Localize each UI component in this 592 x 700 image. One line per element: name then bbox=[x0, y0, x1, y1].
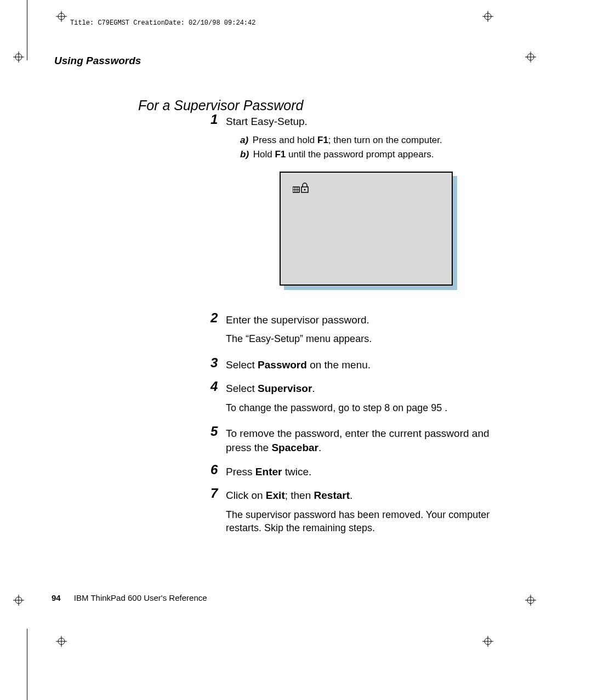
page-number: 94 bbox=[52, 593, 61, 602]
password-lock-icon bbox=[293, 183, 310, 198]
section-header: Using Passwords bbox=[54, 55, 141, 67]
step-bold: Password bbox=[258, 359, 307, 371]
crop-mark-top-inner bbox=[56, 11, 67, 22]
step-post: . bbox=[312, 383, 315, 394]
step-number: 5 bbox=[210, 424, 220, 439]
step-bold-1: Exit bbox=[266, 490, 285, 501]
step-bold: Spacebar bbox=[271, 442, 318, 453]
step-note: To change the password, go to step 8 on … bbox=[226, 401, 517, 414]
step-post: on the menu. bbox=[307, 359, 371, 371]
step-text: Start Easy-Setup. bbox=[226, 116, 308, 127]
substep-post: until the password prompt appears. bbox=[286, 149, 434, 160]
step-post: twice. bbox=[282, 466, 311, 477]
substep-b: b) Hold F1 until the password prompt app… bbox=[240, 149, 517, 161]
document-meta-line: Title: C79EGMST CreationDate: 02/10/98 0… bbox=[70, 19, 255, 27]
step-note: The supervisor password has been removed… bbox=[226, 508, 517, 535]
step-6: 6 Press Enter twice. bbox=[210, 463, 517, 479]
step-mid: ; then bbox=[285, 490, 314, 501]
substep-a: a) Press and hold F1; then turn on the c… bbox=[240, 134, 517, 146]
svg-point-29 bbox=[304, 189, 306, 190]
substep-pre: Press and hold bbox=[253, 135, 317, 145]
substep-bold: F1 bbox=[317, 135, 328, 145]
page-footer: 94 IBM ThinkPad 600 User's Reference bbox=[52, 593, 207, 602]
step-7: 7 Click on Exit; then Restart. The super… bbox=[210, 486, 517, 537]
step-number: 3 bbox=[210, 356, 220, 370]
step-text: Enter the supervisor password. bbox=[226, 314, 369, 326]
step-bold: Enter bbox=[255, 466, 282, 477]
step-number: 7 bbox=[210, 486, 220, 500]
substep-label: b) bbox=[240, 149, 249, 160]
crop-mark-bottom-right-inner bbox=[482, 636, 493, 647]
step-number: 1 bbox=[210, 112, 220, 127]
substep-bold: F1 bbox=[275, 149, 286, 160]
step-2: 2 Enter the supervisor password. The “Ea… bbox=[210, 311, 517, 348]
step-4: 4 Select Supervisor. To change the passw… bbox=[210, 379, 517, 417]
content-area: 1 Start Easy-Setup. a) Press and hold F1… bbox=[210, 112, 517, 545]
crop-mark-top-left bbox=[13, 52, 24, 62]
step-1: 1 Start Easy-Setup. a) Press and hold F1… bbox=[210, 112, 517, 303]
crop-mark-bottom-left bbox=[13, 595, 24, 606]
step-5: 5 To remove the password, enter the curr… bbox=[210, 424, 517, 454]
substep-pre: Hold bbox=[253, 149, 275, 160]
prompt-box bbox=[280, 172, 453, 286]
password-prompt-illustration bbox=[280, 172, 457, 290]
step-pre: Select bbox=[226, 383, 258, 394]
step-number: 6 bbox=[210, 463, 220, 477]
subsection-title: For a Supervisor Password bbox=[138, 98, 304, 113]
crop-mark-bottom-inner bbox=[56, 636, 67, 647]
step-pre: Select bbox=[226, 359, 258, 371]
substep-label: a) bbox=[240, 135, 248, 145]
crop-vline-top bbox=[27, 0, 27, 60]
step-pre: To remove the password, enter the curren… bbox=[226, 428, 489, 453]
step-number: 4 bbox=[210, 379, 220, 394]
crop-mark-top-right bbox=[525, 52, 536, 62]
step-bold: Supervisor bbox=[258, 383, 312, 394]
step-3: 3 Select Password on the menu. bbox=[210, 356, 517, 372]
step-pre: Press bbox=[226, 466, 255, 477]
substep-post: ; then turn on the computer. bbox=[328, 135, 442, 145]
step-post: . bbox=[350, 490, 352, 501]
step-bold-2: Restart bbox=[314, 490, 350, 501]
crop-mark-bottom-right bbox=[525, 595, 536, 606]
crop-mark-top-right-inner bbox=[482, 11, 493, 22]
step-note: The “Easy-Setup” menu appears. bbox=[226, 332, 517, 345]
step-post: . bbox=[318, 442, 321, 453]
book-title: IBM ThinkPad 600 User's Reference bbox=[74, 593, 207, 602]
crop-vline-bottom bbox=[27, 629, 27, 700]
step-number: 2 bbox=[210, 311, 220, 325]
step-pre: Click on bbox=[226, 490, 266, 501]
